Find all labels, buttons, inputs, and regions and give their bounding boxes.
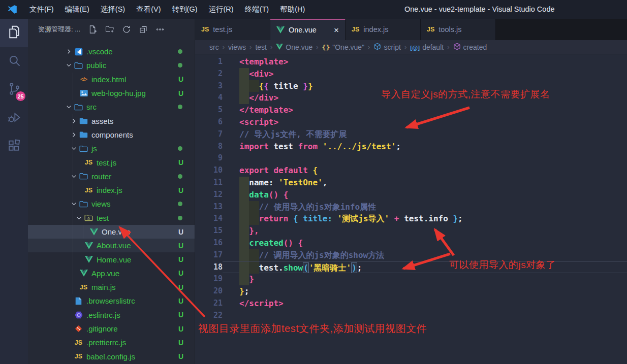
activity-item-extensions[interactable] [0,133,28,161]
tree-item-views[interactable]: views [28,197,195,211]
activity-item-explorer[interactable] [0,19,28,47]
code-line-17[interactable]: 17// 调用导入的js对象的show方法 [195,249,627,261]
tree-item-about-vue[interactable]: About.vueU [28,239,195,252]
menu-item-v[interactable]: 查看(V) [131,0,166,19]
code-line-5[interactable]: 5</template> [195,104,627,116]
code-line-18[interactable]: 18test.show('黑暗骑士'); [195,261,627,274]
tree-item-prettierrc-js[interactable]: JS.prettierrc.jsU [28,336,195,349]
breadcrumb-item-src[interactable]: src [209,43,219,51]
menu-item-s[interactable]: 选择(S) [95,0,131,19]
git-untracked-badge: U [178,283,183,291]
tree-item-js[interactable]: js [28,142,195,155]
twistie-closed-icon[interactable] [70,117,78,125]
breadcrumb-item-test[interactable]: test [255,43,267,51]
twistie-closed-icon[interactable] [70,131,78,139]
explorer-header: 资源管理器: ... [28,19,195,40]
git-untracked-badge: U [178,325,183,333]
twistie-open-icon[interactable] [65,61,73,69]
twistie-open-icon[interactable] [70,173,78,180]
code-line-7[interactable]: 7// 导入js文件, 不需要扩展 [195,128,627,141]
git-untracked-badge: U [178,158,183,167]
tab-index-js[interactable]: JSindex.js [346,19,421,40]
breadcrumb-item-default[interactable]: [@]default [410,43,444,51]
twistie-open-icon[interactable] [65,103,73,111]
code-line-9[interactable]: 9 [195,152,627,164]
collapse-folders-button[interactable] [137,23,150,36]
close-icon[interactable]: × [334,26,339,35]
twistie-closed-icon[interactable] [65,48,73,55]
menu-item-h[interactable]: 帮助(H) [274,0,310,19]
tree-item-components[interactable]: components [28,128,195,142]
tree-item-index-js[interactable]: JSindex.jsU [28,183,195,197]
tree-indent-guide [73,183,73,197]
breadcrumb-item-views[interactable]: views [228,43,246,51]
code-line-6[interactable]: 6<script> [195,116,627,128]
breadcrumb-item-script[interactable]: script [373,43,400,52]
code-line-11[interactable]: 11name: 'TestOne', [195,177,627,189]
code-line-19[interactable]: 19} [195,273,627,285]
tree-item-vscode[interactable]: .vscode [28,45,195,58]
code-line-13[interactable]: 13// 使用导入的js对象info属性 [195,201,627,213]
tree-item-main-js[interactable]: JSmain.jsU [28,280,195,294]
tree-item-browserslistrc[interactable]: .browserslistrcU [28,294,195,308]
tree-item-router[interactable]: router [28,170,195,183]
twistie-open-icon[interactable] [70,200,78,208]
tree-item-home-vue[interactable]: Home.vueU [28,252,195,266]
code-line-14[interactable]: 14return { title: '测试js导入' + test.info }… [195,213,627,225]
code-line-1[interactable]: 1<template> [195,56,627,68]
tree-item-public[interactable]: public [28,58,195,72]
html-icon: </> [78,76,89,82]
code-line-15[interactable]: 15}, [195,225,627,237]
git-untracked-badge: U [178,339,183,347]
tree-item-babel-config-js[interactable]: JSbabel.config.jsU [28,350,195,363]
code-line-10[interactable]: 10export default { [195,164,627,177]
code-line-12[interactable]: 12data() { [195,189,627,201]
breadcrumb-label: test [255,43,267,51]
menu-item-e[interactable]: 编辑(E) [59,0,95,19]
code-line-4[interactable]: 4</div> [195,92,627,104]
tree-item-src[interactable]: src [28,100,195,114]
activity-item-run-debug[interactable] [0,104,28,133]
code-line-3[interactable]: 3{{ title }} [195,80,627,92]
code-line-21[interactable]: 21</script> [195,297,627,310]
more-button[interactable] [153,23,167,36]
code-text: }, [223,225,627,237]
new-file-button[interactable] [86,23,100,36]
menu-item-t[interactable]: 终端(T) [239,0,275,19]
tree-item-one-vue[interactable]: One.vueU [28,225,195,239]
tree-item-web-logo-hu-jpg[interactable]: web-logo-hu.jpgU [28,86,195,100]
indent-block [249,201,259,213]
git-untracked-badge: U [178,75,183,83]
tree-item-assets[interactable]: assets [28,114,195,127]
editor-code[interactable]: 1<template>2<div>3{{ title }}4</div>5</t… [195,54,627,364]
new-folder-button[interactable] [103,23,116,36]
tree-item-test[interactable]: test [28,211,195,225]
code-line-20[interactable]: 20}; [195,285,627,297]
code-line-16[interactable]: 16created() { [195,237,627,249]
git-untracked-badge: U [178,186,183,194]
activity-item-source-control[interactable]: 25 [0,76,28,104]
tab-one-vue[interactable]: One.vue× [270,19,346,40]
tree-item-index-html[interactable]: </>index.htmlU [28,73,195,86]
line-number: 6 [195,116,223,128]
breadcrumb-item-one-vue[interactable]: One.vue [276,43,312,51]
refresh-button[interactable] [120,23,133,36]
tab-tools-js[interactable]: JStools.js [421,19,496,40]
menu-item-r[interactable]: 运行(R) [203,0,239,19]
tree-item-test-js[interactable]: JStest.jsU [28,155,195,169]
code-line-2[interactable]: 2<div> [195,68,627,80]
tree-item-label: js [91,144,97,153]
tree-item-eslintrc-js[interactable]: .eslintrc.jsU [28,308,195,322]
code-line-22[interactable]: 22 [195,310,627,322]
breadcrumb-item-one-vue[interactable]: {}"One.vue" [322,43,365,51]
menu-item-f[interactable]: 文件(F) [24,0,59,19]
tree-item-app-vue[interactable]: App.vueU [28,267,195,280]
tree-item-gitignore[interactable]: .gitignoreU [28,322,195,336]
tab-test-js[interactable]: JStest.js [195,19,270,40]
menu-item-g[interactable]: 转到(G) [167,0,203,19]
activity-item-search[interactable] [0,47,28,76]
twistie-open-icon[interactable] [70,145,78,152]
twistie-open-icon[interactable] [75,214,83,222]
code-line-8[interactable]: 8import test from '../../js/test'; [195,141,627,153]
breadcrumb-item-created[interactable]: created [453,43,487,52]
